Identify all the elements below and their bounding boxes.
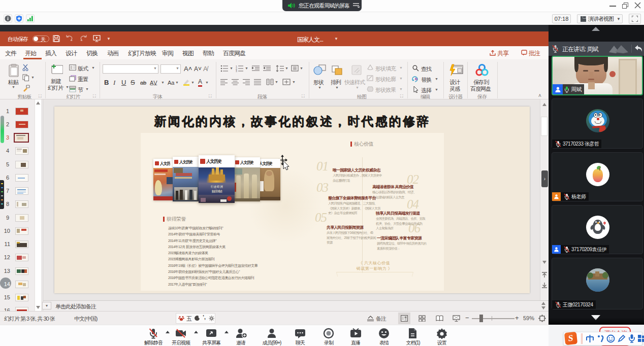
svg-text:3: 3 xyxy=(236,70,237,72)
svg-text:b: b xyxy=(415,77,417,81)
